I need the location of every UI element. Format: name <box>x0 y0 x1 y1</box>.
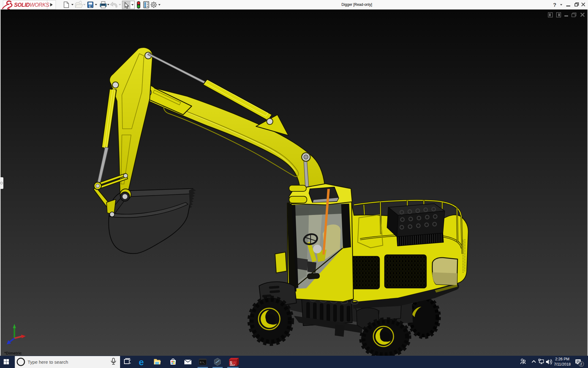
svg-text:C:\_: C:\_ <box>200 361 205 364</box>
svg-text:2017: 2017 <box>230 364 235 366</box>
svg-text:e: e <box>139 357 144 367</box>
svg-text:?: ? <box>553 2 556 8</box>
svg-text:2: 2 <box>580 362 582 366</box>
svg-text:SOLIDWORKS: SOLIDWORKS <box>14 2 49 8</box>
svg-text:*Dimetric: *Dimetric <box>4 351 22 355</box>
